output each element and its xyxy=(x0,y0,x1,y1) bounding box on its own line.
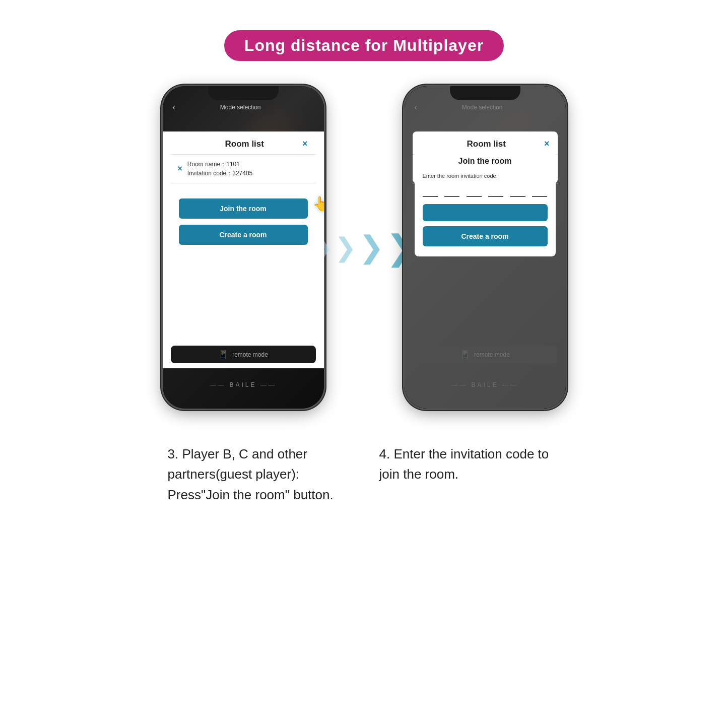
code-dash-6 xyxy=(532,187,547,197)
phone-1-notch xyxy=(208,86,279,100)
code-dash-4 xyxy=(488,187,503,197)
phone-1-screen: ‹ Mode selection Room list × × xyxy=(163,86,324,409)
phone-1-dialog: Room list × × Room name：1101 Invitation … xyxy=(171,131,316,253)
phone-1-create-button[interactable]: Create a room xyxy=(179,225,308,245)
phone-2-join-dialog: Join the room Enter the room invitation … xyxy=(415,147,556,256)
phone-2-join-title: Join the room xyxy=(423,157,548,166)
phone-2-code-input[interactable] xyxy=(423,187,548,197)
phone-1-remote-icon: 📱 xyxy=(218,350,228,359)
phone-2-bg: ‹ Mode selection Room list × × xyxy=(405,86,566,409)
chevrons: ❯ ❯ ❯ ❯ xyxy=(314,230,415,264)
code-dash-5 xyxy=(510,187,525,197)
phone-1-status-bar: ‹ Mode selection xyxy=(173,102,314,112)
phones-row: ‹ Mode selection Room list × × xyxy=(10,86,718,409)
phone-1-dialog-close[interactable]: × xyxy=(302,139,308,149)
chevron-2: ❯ xyxy=(335,234,357,260)
phone-1-buttons-area: Join the room 👆 Create a room xyxy=(171,183,316,253)
phone-2-confirm-button[interactable] xyxy=(423,204,548,221)
phone-1-join-button[interactable]: Join the room xyxy=(179,198,308,219)
page-title-badge: Long distance for Multiplayer xyxy=(224,30,504,61)
desc-block-step3: 3. Player B, C and other partners(guest … xyxy=(168,444,349,505)
phone-2-create-button[interactable]: Create a room xyxy=(423,226,548,246)
phone-2-notch xyxy=(450,86,520,100)
phone-1-mode-title: Mode selection xyxy=(220,104,261,111)
phone-2: ‹ Mode selection Room list × × xyxy=(405,86,566,409)
phone-1-room-name: Room name：1101 xyxy=(187,160,252,169)
code-dash-1 xyxy=(423,187,438,197)
code-dash-2 xyxy=(444,187,459,197)
phone-1-room-item[interactable]: × Room name：1101 Invitation code：327405 xyxy=(171,155,316,183)
phone-1-room-item-x: × xyxy=(178,164,182,173)
phone-1-baile: BAILE xyxy=(163,381,324,388)
step3-text: 3. Player B, C and other partners(guest … xyxy=(168,444,349,505)
desc-block-step4: 4. Enter the invitation code to join the… xyxy=(379,444,561,505)
phone-1-room-code: Invitation code：327405 xyxy=(187,169,252,178)
phone-2-join-label: Enter the room invitation code: xyxy=(423,173,548,179)
phone-1-bg: ‹ Mode selection Room list × × xyxy=(163,86,324,409)
code-dash-3 xyxy=(467,187,482,197)
phone-1-remote-text: remote mode xyxy=(232,351,268,358)
phone-1-room-item-info: Room name：1101 Invitation code：327405 xyxy=(187,160,252,178)
phone-1-hand-pointer: 👆 xyxy=(312,195,324,212)
phone-1-dialog-title: Room list xyxy=(187,139,302,149)
chevron-3: ❯ xyxy=(359,232,384,262)
descriptions-row: 3. Player B, C and other partners(guest … xyxy=(138,439,591,505)
step4-text: 4. Enter the invitation code to join the… xyxy=(379,444,561,485)
arrow-area: ❯ ❯ ❯ ❯ xyxy=(324,230,405,264)
phone-1-remote-bar: 📱 remote mode xyxy=(171,346,316,363)
phone-1: ‹ Mode selection Room list × × xyxy=(163,86,324,409)
phone-2-screen: ‹ Mode selection Room list × × xyxy=(405,86,566,409)
phone-1-dialog-header: Room list × xyxy=(171,131,316,155)
phone-1-back-arrow[interactable]: ‹ xyxy=(173,103,175,112)
